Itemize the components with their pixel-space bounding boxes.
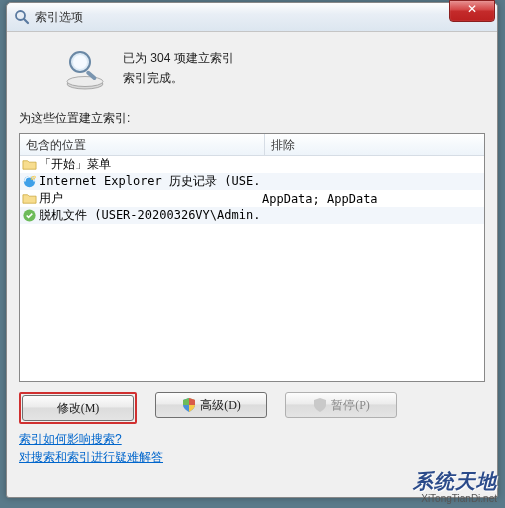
help-link-search-impact[interactable]: 索引如何影响搜索? bbox=[19, 430, 485, 448]
item-label: 「开始」菜单 bbox=[39, 156, 111, 173]
list-item[interactable]: 脱机文件 (USER-20200326VY\Admin... bbox=[20, 207, 484, 224]
folder-icon bbox=[22, 191, 37, 206]
svg-line-1 bbox=[24, 19, 28, 23]
svg-point-3 bbox=[67, 77, 103, 87]
locations-section-label: 为这些位置建立索引: bbox=[19, 110, 485, 127]
highlight-annotation: 修改(M) bbox=[19, 392, 137, 424]
indexing-options-dialog: 索引选项 ✕ 已为 304 项建立索引 索引完成。 为这些位置建立索引: bbox=[6, 2, 498, 498]
button-label: 修改(M) bbox=[57, 400, 100, 417]
item-label: Internet Explorer 历史记录 (USE... bbox=[39, 173, 260, 190]
locations-list: 包含的位置 排除 「开始」菜单 Internet Explorer 历史记录 (… bbox=[19, 133, 485, 382]
help-links: 索引如何影响搜索? 对搜索和索引进行疑难解答 bbox=[19, 430, 485, 466]
list-item[interactable]: 「开始」菜单 bbox=[20, 156, 484, 173]
magnifier-drive-icon bbox=[63, 48, 107, 92]
window-title: 索引选项 bbox=[35, 9, 83, 26]
offline-files-icon bbox=[22, 208, 37, 223]
watermark: 系统天地 XiTongTianDi.net bbox=[413, 468, 497, 504]
pause-button: 暂停(P) bbox=[285, 392, 397, 418]
item-exclude: AppData; AppData bbox=[260, 192, 484, 206]
folder-icon bbox=[22, 157, 37, 172]
svg-point-5 bbox=[73, 55, 87, 69]
shield-icon bbox=[312, 397, 328, 413]
shield-icon bbox=[181, 397, 197, 413]
status-text: 已为 304 项建立索引 索引完成。 bbox=[123, 48, 234, 92]
list-item[interactable]: Internet Explorer 历史记录 (USE... bbox=[20, 173, 484, 190]
column-header-included[interactable]: 包含的位置 bbox=[20, 134, 265, 155]
dialog-content: 已为 304 项建立索引 索引完成。 为这些位置建立索引: 包含的位置 排除 「… bbox=[7, 32, 497, 476]
button-label: 暂停(P) bbox=[331, 397, 370, 414]
indexed-count-label: 已为 304 项建立索引 bbox=[123, 48, 234, 68]
watermark-title: 系统天地 bbox=[413, 468, 497, 495]
advanced-button[interactable]: 高级(D) bbox=[155, 392, 267, 418]
item-label: 脱机文件 (USER-20200326VY\Admin... bbox=[39, 207, 260, 224]
list-item[interactable]: 用户 AppData; AppData bbox=[20, 190, 484, 207]
list-header: 包含的位置 排除 bbox=[20, 134, 484, 156]
item-label: 用户 bbox=[39, 190, 63, 207]
status-row: 已为 304 项建立索引 索引完成。 bbox=[63, 48, 485, 92]
ie-icon bbox=[22, 174, 37, 189]
close-button[interactable]: ✕ bbox=[449, 0, 495, 22]
list-body: 「开始」菜单 Internet Explorer 历史记录 (USE... 用户 bbox=[20, 156, 484, 381]
search-title-icon bbox=[14, 9, 30, 25]
watermark-url: XiTongTianDi.net bbox=[413, 493, 497, 504]
titlebar[interactable]: 索引选项 ✕ bbox=[7, 3, 497, 32]
button-row: 修改(M) 高级(D) 暂停(P) bbox=[19, 392, 485, 424]
column-header-exclude[interactable]: 排除 bbox=[265, 134, 484, 155]
button-label: 高级(D) bbox=[200, 397, 241, 414]
close-icon: ✕ bbox=[467, 2, 477, 16]
modify-button[interactable]: 修改(M) bbox=[22, 395, 134, 421]
help-link-troubleshoot[interactable]: 对搜索和索引进行疑难解答 bbox=[19, 448, 485, 466]
index-complete-label: 索引完成。 bbox=[123, 68, 234, 88]
